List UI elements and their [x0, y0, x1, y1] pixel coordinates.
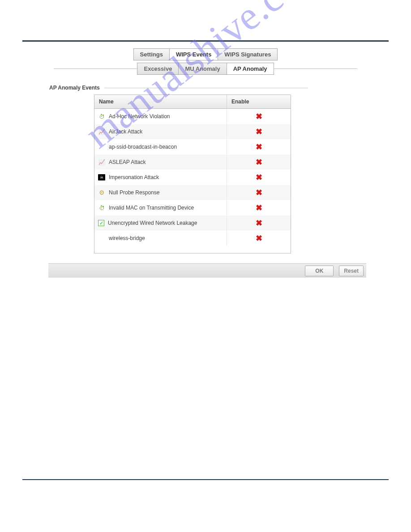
x-icon: ✖: [256, 112, 262, 120]
section-title: AP Anomaly Events: [49, 85, 389, 91]
ok-button[interactable]: OK: [305, 266, 334, 276]
x-icon: ✖: [256, 219, 262, 227]
table-row[interactable]: Invalid MAC on Transmitting Device ✖: [94, 200, 291, 215]
top-divider: [22, 40, 389, 42]
x-icon: ✖: [256, 158, 262, 166]
table-row[interactable]: Null Probe Response ✖: [94, 185, 291, 200]
row-name: Unencrypted Wired Network Leakage: [108, 220, 197, 226]
primary-tab-bar: Settings WIPS Events WIPS Signatures: [22, 48, 389, 60]
table-row[interactable]: Unencrypted Wired Network Leakage ✖: [94, 215, 291, 231]
column-enable[interactable]: Enable: [227, 95, 291, 108]
tab-wips-events[interactable]: WIPS Events: [170, 48, 218, 60]
row-name: wireless-bridge: [109, 235, 145, 241]
gauge-icon: [98, 204, 105, 211]
blank-icon: [98, 235, 105, 242]
table-row[interactable]: ASLEAP Attack ✖: [94, 154, 291, 170]
row-name: ASLEAP Attack: [109, 159, 146, 165]
table-header: Name Enable: [94, 95, 291, 109]
tab-settings[interactable]: Settings: [133, 48, 170, 60]
tab-ap-anomaly[interactable]: AP Anomaly: [227, 63, 274, 75]
table-row[interactable]: wireless-bridge ✖: [94, 231, 291, 246]
section-title-rule: [104, 88, 308, 88]
section-title-text: AP Anomaly Events: [49, 85, 100, 91]
skull-icon: [98, 174, 105, 180]
row-name: Null Probe Response: [109, 189, 159, 196]
chart-icon: [98, 128, 105, 135]
secondary-tab-bar: Excessive MU Anomaly AP Anomaly: [22, 63, 389, 75]
column-name[interactable]: Name: [94, 95, 227, 108]
tab-mu-anomaly[interactable]: MU Anomaly: [179, 63, 227, 75]
chart-icon: [98, 159, 105, 166]
x-icon: ✖: [256, 189, 262, 197]
tab-excessive[interactable]: Excessive: [137, 63, 179, 75]
row-name: Impersonation Attack: [109, 174, 159, 180]
table-body: Ad-Hoc Network Violation ✖ AirJack Attac…: [94, 109, 291, 253]
x-icon: ✖: [256, 234, 262, 242]
gear-icon: [98, 189, 105, 196]
events-table: Name Enable Ad-Hoc Network Violation ✖ A…: [94, 94, 291, 253]
table-row[interactable]: AirJack Attack ✖: [94, 124, 291, 139]
x-icon: ✖: [256, 143, 262, 151]
bottom-divider: [22, 479, 389, 480]
tab-wips-signatures[interactable]: WIPS Signatures: [218, 48, 278, 60]
gauge-icon: [98, 113, 105, 120]
ap-anomaly-section: AP Anomaly Events Name Enable Ad-Hoc Net…: [49, 85, 389, 253]
table-row[interactable]: ap-ssid-broadcast-in-beacon ✖: [94, 139, 291, 154]
row-name: ap-ssid-broadcast-in-beacon: [109, 144, 177, 150]
reset-button[interactable]: Reset: [339, 266, 364, 276]
blank-icon: [98, 143, 105, 150]
row-name: Ad-Hoc Network Violation: [109, 113, 170, 120]
table-row[interactable]: Impersonation Attack ✖: [94, 170, 291, 185]
row-name: Invalid MAC on Transmitting Device: [109, 205, 194, 211]
x-icon: ✖: [256, 173, 262, 181]
row-name: AirJack Attack: [109, 129, 142, 135]
x-icon: ✖: [256, 128, 262, 136]
table-row[interactable]: Ad-Hoc Network Violation ✖: [94, 109, 291, 124]
x-icon: ✖: [256, 204, 262, 212]
footer-bar: OK Reset: [48, 263, 366, 278]
check-icon: [98, 220, 104, 226]
